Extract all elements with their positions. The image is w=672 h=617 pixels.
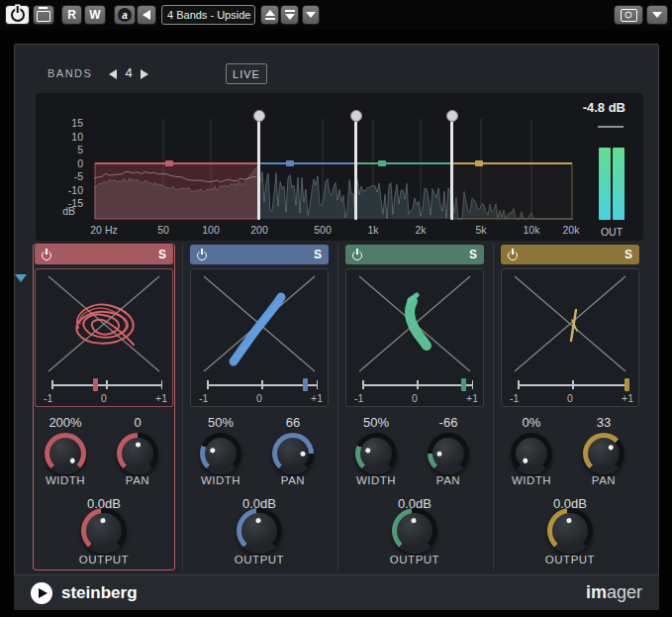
preset-down-icon	[285, 10, 295, 20]
track-tick	[106, 380, 108, 389]
band-1-header[interactable]: S	[35, 245, 173, 264]
db-tick: 0	[57, 157, 83, 169]
track-tick	[261, 380, 263, 389]
preset-menu-button[interactable]	[302, 5, 320, 25]
freq-tick: 20k	[549, 224, 593, 236]
crossover-2-handle[interactable]	[350, 110, 362, 122]
power-icon[interactable]	[352, 251, 362, 260]
read-label: R	[67, 8, 76, 22]
live-label: LIVE	[233, 68, 260, 80]
write-label: W	[89, 8, 100, 22]
freq-tick: 1k	[351, 224, 395, 236]
window-menu-button[interactable]	[646, 5, 668, 25]
freq-tick: 200	[238, 224, 281, 236]
write-automation-button[interactable]: W	[84, 5, 106, 25]
crossover-1-line[interactable]	[257, 121, 260, 220]
width-knob[interactable]	[45, 433, 86, 474]
bands-label: BANDS	[48, 67, 92, 79]
snapshot-button[interactable]	[614, 5, 643, 25]
output-knob[interactable]	[547, 508, 593, 554]
column-divider	[493, 244, 494, 570]
width-knob[interactable]	[355, 433, 397, 474]
crossover-2-line[interactable]	[354, 121, 357, 220]
plugin-power-button[interactable]	[5, 5, 30, 25]
band-4-region	[452, 163, 572, 219]
db-unit-label: dB	[48, 205, 75, 217]
output-knob[interactable]	[237, 508, 282, 554]
crossover-1-handle[interactable]	[253, 110, 265, 122]
output-label: OUTPUT	[382, 554, 447, 566]
band-4-gain-handle[interactable]	[475, 160, 483, 166]
width-value: 50%	[343, 415, 409, 430]
increase-bands-button[interactable]	[141, 69, 148, 79]
output-level-value: -4.8 dB	[546, 100, 625, 115]
band-2-scope: -1 0 +1	[190, 268, 329, 407]
product-name-bold: im	[586, 582, 607, 602]
power-icon	[11, 8, 25, 22]
width-value: 0%	[499, 415, 564, 430]
crossover-3-line[interactable]	[450, 121, 453, 220]
pan-knob[interactable]	[272, 433, 314, 474]
track-tick	[51, 380, 53, 389]
solo-button[interactable]: S	[469, 248, 477, 261]
bypass-button[interactable]	[33, 5, 54, 25]
power-icon[interactable]	[42, 251, 51, 260]
band-1-region	[95, 163, 259, 219]
pan-knob[interactable]	[428, 433, 469, 474]
band-4-panel: S -1 0 +1 0% 33 WIDTH PAN 0.0dB OUTPUT	[499, 244, 641, 570]
live-button[interactable]: LIVE	[226, 63, 267, 84]
output-meter-right	[613, 148, 624, 220]
pan-knob[interactable]	[117, 433, 158, 474]
width-knob[interactable]	[511, 433, 552, 474]
balance-marker[interactable]	[303, 378, 308, 391]
db-tick: -5	[57, 170, 83, 182]
pan-knob[interactable]	[583, 433, 624, 474]
width-value: 50%	[188, 415, 253, 430]
band-3-header[interactable]: S	[345, 245, 484, 264]
output-knob[interactable]	[392, 508, 437, 554]
next-preset-button[interactable]	[280, 5, 299, 25]
track-tick	[472, 380, 474, 389]
collapse-panel-icon[interactable]	[15, 274, 27, 282]
preset-display[interactable]: 4 Bands - Upside D	[161, 5, 255, 25]
pan-value: 66	[260, 415, 326, 430]
chevron-down-icon	[306, 12, 316, 18]
output-peak-indicator	[598, 126, 624, 128]
previous-preset-button[interactable]	[260, 5, 279, 25]
decrease-bands-button[interactable]	[109, 69, 117, 79]
copy-ab-button[interactable]	[137, 5, 156, 25]
ab-setting-icon: a	[118, 8, 132, 22]
power-icon[interactable]	[197, 251, 207, 260]
scale-mid: 0	[502, 392, 638, 404]
crossover-3-handle[interactable]	[446, 110, 458, 122]
balance-marker[interactable]	[624, 378, 629, 391]
solo-button[interactable]: S	[158, 248, 166, 261]
balance-marker[interactable]	[461, 378, 466, 391]
freq-tick: 2k	[399, 224, 442, 236]
band-1-gain-handle[interactable]	[165, 160, 173, 166]
solo-button[interactable]: S	[624, 248, 632, 261]
width-knob[interactable]	[200, 433, 241, 474]
track-tick	[317, 380, 319, 389]
pan-label: PAN	[416, 474, 481, 486]
band-4-header[interactable]: S	[501, 245, 639, 264]
column-divider	[337, 244, 338, 570]
band-2-gain-handle[interactable]	[286, 160, 294, 166]
width-label: WIDTH	[343, 474, 409, 486]
track-tick	[518, 380, 520, 389]
track-tick	[161, 380, 163, 389]
balance-marker[interactable]	[93, 378, 98, 391]
output-label: OUTPUT	[71, 554, 137, 566]
switch-ab-button[interactable]: a	[114, 5, 136, 25]
output-knob[interactable]	[81, 508, 127, 554]
solo-button[interactable]: S	[314, 248, 322, 261]
band-2-header[interactable]: S	[190, 245, 329, 264]
read-automation-button[interactable]: R	[61, 5, 82, 25]
power-icon[interactable]	[508, 251, 518, 260]
width-value: 200%	[33, 415, 98, 430]
steinberg-brand: steinberg	[31, 582, 138, 604]
freq-tick: 10k	[510, 224, 553, 236]
chevron-down-icon	[652, 12, 662, 18]
band-3-gain-handle[interactable]	[378, 160, 386, 166]
band-3-scope: -1 0 +1	[345, 268, 484, 407]
